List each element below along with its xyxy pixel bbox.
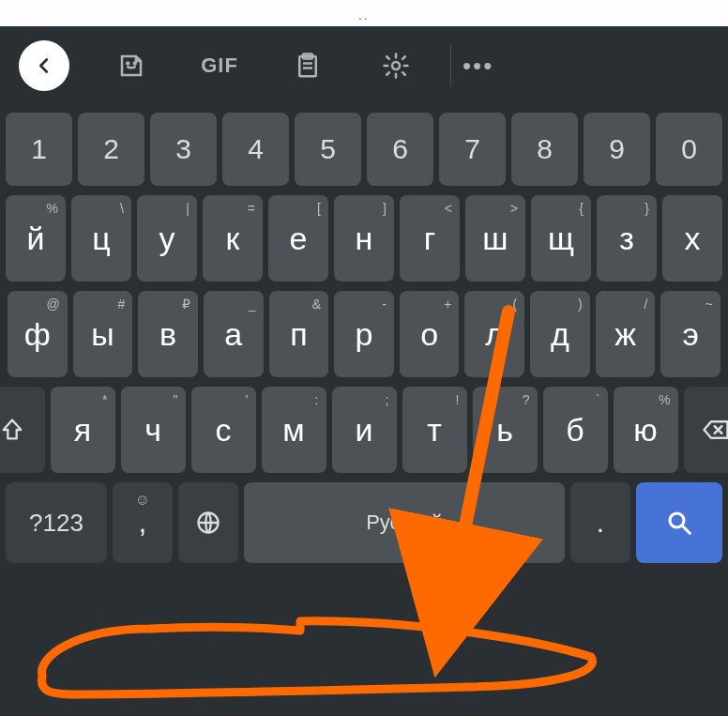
- gear-icon: [382, 52, 410, 80]
- keyboard: 1 2 3 4 5 6 7 8 9 0 %й \ц |у =к [е ]н <г…: [0, 105, 728, 563]
- backspace-icon: [702, 416, 728, 444]
- key-ы[interactable]: #ы: [73, 291, 133, 377]
- key-г[interactable]: <г: [400, 195, 460, 282]
- key-а[interactable]: _а: [204, 291, 264, 377]
- language-key[interactable]: [178, 482, 238, 563]
- keyboard-suggest-bar: GIF •••: [0, 26, 728, 105]
- divider: [450, 45, 451, 86]
- key-ю[interactable]: %ю: [614, 387, 678, 473]
- key-у[interactable]: |у: [137, 195, 197, 282]
- search-icon: [665, 509, 693, 537]
- key-р[interactable]: -р: [334, 291, 394, 377]
- clipboard-button[interactable]: [289, 47, 326, 84]
- status-dots: ..: [358, 8, 370, 23]
- chevron-left-icon: [34, 55, 54, 76]
- letter-row-3: *я "ч 'с :м ;и !т ?ь `б %ю: [6, 387, 722, 473]
- sticker-button[interactable]: [113, 47, 150, 84]
- clipboard-icon: [294, 52, 322, 80]
- key-ч[interactable]: "ч: [121, 387, 186, 473]
- shift-icon: [0, 417, 25, 443]
- svg-point-1: [134, 63, 136, 65]
- key-я[interactable]: *я: [51, 387, 115, 473]
- key-н[interactable]: ]н: [334, 195, 394, 282]
- key-э[interactable]: ~э: [660, 291, 720, 377]
- key-п[interactable]: &п: [269, 291, 329, 377]
- number-row: 1 2 3 4 5 6 7 8 9 0: [6, 113, 722, 186]
- collapse-keyboard-button[interactable]: [19, 40, 69, 91]
- annotation-circle: [41, 621, 592, 694]
- key-б[interactable]: `б: [543, 387, 608, 473]
- key-8[interactable]: 8: [511, 113, 578, 186]
- key-ж[interactable]: /ж: [596, 291, 656, 377]
- svg-point-0: [127, 63, 129, 65]
- key-3[interactable]: 3: [150, 113, 217, 186]
- symbols-key[interactable]: ?123: [6, 482, 107, 563]
- shift-key[interactable]: [0, 387, 45, 473]
- key-е[interactable]: [е: [268, 195, 328, 282]
- key-л[interactable]: (л: [464, 291, 524, 377]
- key-с[interactable]: 'с: [191, 387, 256, 473]
- key-1[interactable]: 1: [6, 113, 72, 186]
- emoji-hint-icon: ☺: [135, 492, 150, 509]
- globe-icon: [195, 510, 221, 536]
- comma-key[interactable]: ☺,: [113, 482, 173, 563]
- letter-row-1: %й \ц |у =к [е ]н <г >ш {щ }з х: [6, 195, 722, 282]
- key-й[interactable]: %й: [6, 195, 66, 282]
- sticker-icon: [117, 52, 145, 80]
- key-7[interactable]: 7: [439, 113, 506, 186]
- key-2[interactable]: 2: [78, 113, 144, 186]
- key-х[interactable]: х: [662, 195, 722, 282]
- backspace-key[interactable]: [684, 387, 729, 473]
- status-bar: ..: [0, 0, 728, 26]
- svg-line-9: [683, 526, 690, 534]
- key-5[interactable]: 5: [295, 113, 361, 186]
- key-к[interactable]: =к: [203, 195, 263, 282]
- key-з[interactable]: }з: [597, 195, 657, 282]
- key-4[interactable]: 4: [222, 113, 289, 186]
- key-6[interactable]: 6: [367, 113, 433, 186]
- letter-row-2: @ф #ы ₽в _а &п -р +о (л )д /ж ~э: [6, 291, 722, 377]
- settings-button[interactable]: [377, 47, 415, 84]
- gif-button[interactable]: GIF: [201, 47, 238, 84]
- key-ц[interactable]: \ц: [71, 195, 131, 282]
- key-0[interactable]: 0: [656, 113, 722, 186]
- key-ф[interactable]: @ф: [8, 291, 68, 377]
- bottom-row: ?123 ☺, Русский .: [6, 482, 722, 563]
- key-д[interactable]: )д: [530, 291, 590, 377]
- svg-point-6: [392, 62, 400, 69]
- key-ь[interactable]: ?ь: [473, 387, 538, 473]
- key-в[interactable]: ₽в: [138, 291, 198, 377]
- key-и[interactable]: ;и: [332, 387, 397, 473]
- search-key[interactable]: [636, 482, 722, 563]
- key-9[interactable]: 9: [584, 113, 650, 186]
- key-щ[interactable]: {щ: [531, 195, 591, 282]
- key-м[interactable]: :м: [262, 387, 326, 473]
- more-options-button[interactable]: •••: [463, 52, 493, 81]
- key-т[interactable]: !т: [402, 387, 467, 473]
- key-о[interactable]: +о: [400, 291, 460, 377]
- period-key[interactable]: .: [570, 482, 630, 563]
- key-ш[interactable]: >ш: [465, 195, 525, 282]
- space-key[interactable]: Русский: [244, 482, 565, 563]
